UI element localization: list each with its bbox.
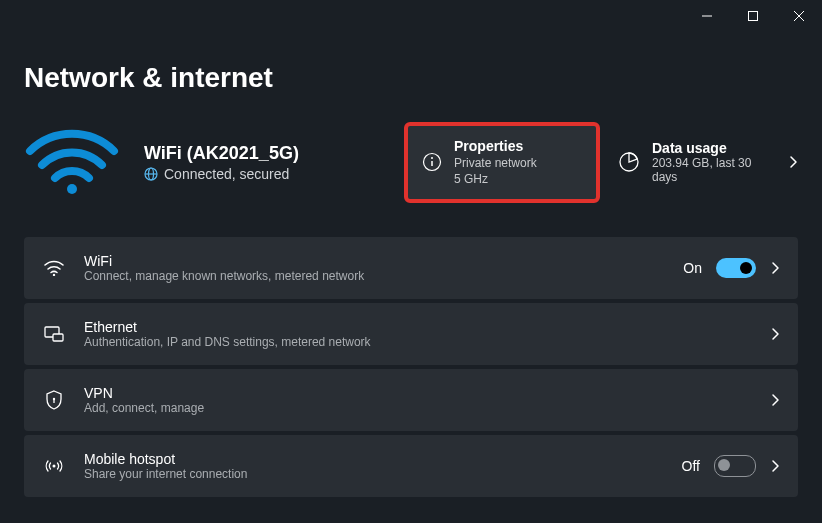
wifi-signal-icon [24,127,120,197]
close-button[interactable] [776,0,822,32]
svg-point-17 [53,464,56,467]
globe-icon [144,167,158,181]
vpn-sub: Add, connect, manage [84,401,204,415]
minimize-button[interactable] [684,0,730,32]
wifi-toggle-label: On [683,260,702,276]
svg-point-4 [67,184,77,194]
pie-chart-icon [618,151,640,173]
data-usage-subtitle: 203.94 GB, last 30 days [652,156,768,185]
properties-card[interactable]: Properties Private network 5 GHz [406,124,598,201]
properties-line1: Private network [454,156,537,170]
connection-info: WiFi (AK2021_5G) Connected, secured [144,143,354,182]
ethernet-row[interactable]: Ethernet Authentication, IP and DNS sett… [24,303,798,365]
chevron-right-icon[interactable] [770,459,780,473]
chevron-right-icon[interactable] [770,261,780,275]
data-usage-title: Data usage [652,140,768,156]
properties-title: Properties [454,138,537,154]
info-icon [422,152,442,172]
hotspot-toggle[interactable] [714,455,756,477]
chevron-right-icon[interactable] [770,393,780,407]
vpn-row[interactable]: VPN Add, connect, manage [24,369,798,431]
status-row: WiFi (AK2021_5G) Connected, secured Prop… [24,124,798,201]
properties-line2: 5 GHz [454,172,537,186]
settings-list: WiFi Connect, manage known networks, met… [24,237,798,497]
svg-point-15 [53,398,55,400]
connection-name: WiFi (AK2021_5G) [144,143,354,164]
hotspot-icon [42,457,66,475]
svg-point-12 [53,274,55,276]
chevron-right-icon[interactable] [788,155,798,169]
wifi-sub: Connect, manage known networks, metered … [84,269,364,283]
ethernet-icon [42,326,66,342]
shield-icon [42,390,66,410]
maximize-button[interactable] [730,0,776,32]
window-controls [684,0,822,32]
hotspot-sub: Share your internet connection [84,467,247,481]
wifi-row[interactable]: WiFi Connect, manage known networks, met… [24,237,798,299]
hotspot-toggle-label: Off [682,458,700,474]
svg-point-9 [431,157,433,159]
ethernet-title: Ethernet [84,319,371,335]
page-title: Network & internet [24,62,798,94]
ethernet-sub: Authentication, IP and DNS settings, met… [84,335,371,349]
vpn-title: VPN [84,385,204,401]
svg-rect-14 [53,334,63,341]
connection-status: Connected, secured [164,166,289,182]
wifi-toggle[interactable] [716,258,756,278]
hotspot-title: Mobile hotspot [84,451,247,467]
chevron-right-icon[interactable] [770,327,780,341]
svg-rect-1 [749,12,758,21]
wifi-icon [42,260,66,276]
wifi-title: WiFi [84,253,364,269]
hotspot-row[interactable]: Mobile hotspot Share your internet conne… [24,435,798,497]
data-usage-card[interactable]: Data usage 203.94 GB, last 30 days [618,140,768,185]
